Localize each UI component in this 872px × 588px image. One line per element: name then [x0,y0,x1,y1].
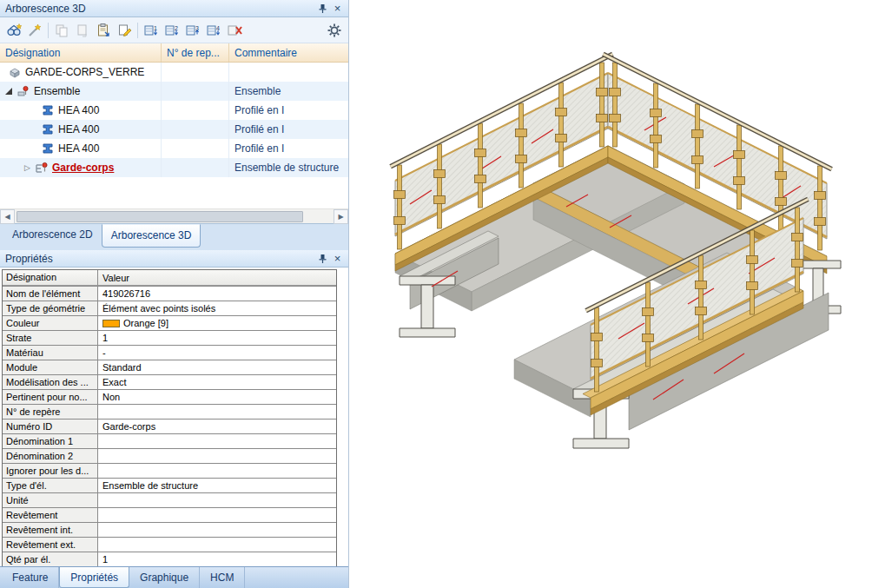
column-header-designation[interactable]: Désignation [0,43,162,62]
property-value[interactable] [98,464,336,478]
expander-collapsed-icon[interactable]: ▷ [23,163,32,172]
numbering-1-icon[interactable]: 1 [141,20,162,41]
property-value[interactable] [98,405,336,419]
tree-row[interactable]: Ensemble Ensemble [0,82,348,101]
tree-row[interactable]: HEA 400 Profilé en I [0,139,348,158]
property-value[interactable]: Élément avec points isolés [98,301,336,315]
delete-numbering-icon[interactable] [224,20,245,41]
close-icon[interactable]: × [330,252,345,265]
property-label: Strate [3,331,98,345]
select-wand-icon[interactable] [24,20,45,41]
color-swatch [102,320,120,327]
property-value[interactable]: 1 [98,552,336,566]
property-value[interactable]: Standard [98,360,336,374]
paste-icon[interactable] [93,20,114,41]
property-value-color[interactable]: Orange [9] [98,316,336,330]
property-label: Revêtement ext. [3,538,98,552]
properties-header-row: Désignation Valeur [3,270,336,286]
pin-icon[interactable] [315,2,330,15]
pin-icon[interactable] [315,252,330,265]
edit-icon[interactable] [114,20,135,41]
property-value[interactable]: Ensemble de structure [98,479,336,492]
property-row: Revêtement [3,507,336,522]
property-label: Couleur [3,316,98,330]
scroll-left-icon[interactable]: ◀ [0,209,15,224]
property-row: Nom de l'élément 419026716 [3,286,336,301]
tree-row[interactable]: GARDE-CORPS_VERRE [0,63,348,82]
find-icon[interactable] [3,20,24,41]
property-value[interactable]: Non [98,390,336,404]
numbering-2-icon[interactable]: 2 [162,20,182,41]
property-value[interactable]: Exact [98,375,336,389]
close-icon[interactable]: × [330,2,345,15]
properties-panel-title: Propriétés [5,253,53,265]
settings-gear-icon[interactable] [324,20,345,41]
property-label: Dénomination 2 [3,449,98,463]
3d-model-garde-corps-verre [349,0,872,588]
tab-arborescence-3d[interactable]: Arborescence 3D [102,224,201,248]
application-window: Arborescence 3D × [0,0,872,588]
expander-expanded-icon[interactable] [5,88,12,95]
scroll-right-icon[interactable]: ▶ [334,209,348,224]
property-value[interactable]: 419026716 [98,287,336,301]
tree-tab-strip: Arborescence 2D Arborescence 3D [0,223,348,250]
column-header-comment[interactable]: Commentaire [229,43,348,62]
property-value[interactable]: Garde-corps [98,420,336,433]
property-row: Qté par él. 1 [3,552,336,566]
tree-row-rep [162,158,229,177]
column-header-rep[interactable]: N° de rep... [162,43,229,62]
property-row: Strate 1 [3,330,336,345]
tree-row-label: HEA 400 [58,142,99,155]
numbering-3-icon[interactable]: 3 [182,20,203,41]
property-row: Dénomination 2 [3,448,336,463]
properties-body: Désignation Valeur Nom de l'élément 4190… [0,268,348,566]
property-value[interactable] [98,493,336,507]
scrollbar-thumb[interactable] [17,211,303,222]
duplicate-icon[interactable] [72,20,93,41]
property-value[interactable]: 1 [98,331,336,345]
numbering-4-icon[interactable]: 4 [203,20,224,41]
properties-table: Désignation Valeur Nom de l'élément 4190… [2,269,337,567]
tree-row-label: HEA 400 [58,104,99,116]
color-name: Orange [9] [123,318,168,328]
property-row: Ignorer pour les d... [3,463,336,478]
tree-row-comment: Profilé en I [229,139,348,158]
svg-text:2: 2 [175,24,178,30]
tab-graphique[interactable]: Graphique [129,567,200,588]
property-value[interactable] [98,434,336,448]
tab-arborescence-2d[interactable]: Arborescence 2D [3,224,102,246]
tree-row-comment: Ensemble de structure [229,158,348,177]
property-row: Type de géométrie Élément avec points is… [3,301,336,315]
ensemble-pin-icon [16,85,31,97]
property-value[interactable] [98,538,336,552]
property-row: Dénomination 1 [3,433,336,448]
i-beam-icon [40,142,56,155]
tab-proprietes[interactable]: Propriétés [59,567,129,588]
tree-row-rep [162,120,229,139]
tree-row[interactable]: HEA 400 Profilé en I [0,120,348,139]
property-row: Revêtement ext. [3,537,336,552]
property-row: Numéro ID Garde-corps [3,419,336,433]
tab-hcm[interactable]: HCM [200,567,245,588]
tree-row-label-link[interactable]: Garde-corps [52,162,114,174]
tree-row-label: GARDE-CORPS_VERRE [25,66,144,78]
tree-row[interactable]: ▷ Garde-corps Ensemble de structure [0,158,348,177]
copy-icon[interactable] [51,20,72,41]
property-value[interactable] [98,508,336,522]
tree-row-comment: Profilé en I [229,101,348,120]
tree-row-rep [162,82,229,101]
tree-row-label: Ensemble [34,85,80,97]
property-value[interactable] [98,449,336,463]
tree-row[interactable]: HEA 400 Profilé en I [0,101,348,120]
horizontal-scrollbar[interactable]: ◀ ▶ [0,208,348,223]
tab-feature[interactable]: Feature [2,567,59,588]
property-value[interactable] [98,523,336,537]
tree-panel-titlebar: Arborescence 3D × [0,0,348,17]
svg-text:4: 4 [216,24,220,30]
property-label: Type d'él. [3,479,98,492]
property-row: Matériau - [3,345,336,360]
i-beam-icon [40,123,56,135]
viewport-3d[interactable] [349,0,872,588]
property-label: N° de repère [3,405,98,419]
property-value[interactable]: - [98,346,336,360]
